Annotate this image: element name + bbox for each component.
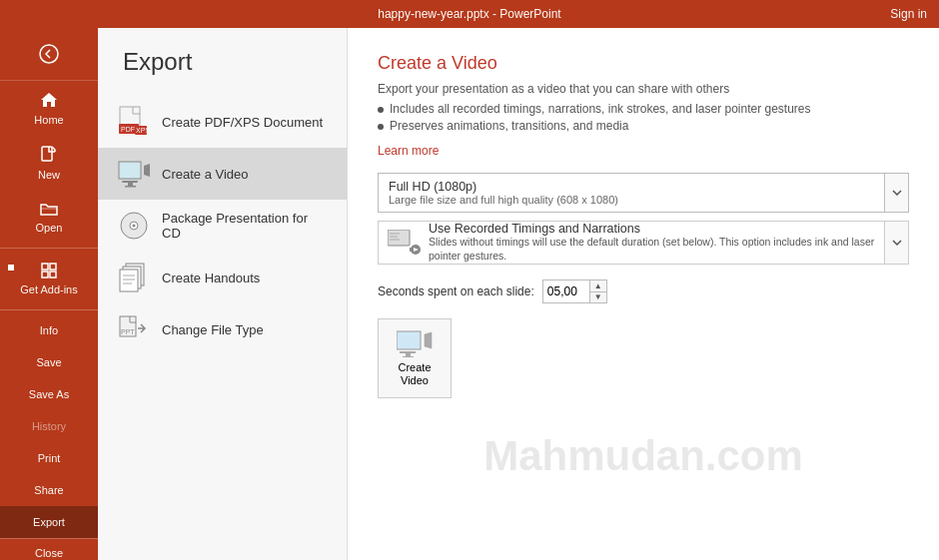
sidebar-item-info[interactable]: Info: [0, 314, 98, 346]
sidebar-item-home[interactable]: Home: [0, 81, 98, 136]
timing-dropdown-sub: Slides without timings will use the defa…: [429, 236, 876, 263]
svg-marker-1: [41, 93, 57, 107]
svg-rect-37: [400, 351, 416, 353]
spinner-label: Seconds spent on each slide:: [378, 284, 534, 298]
svg-point-19: [133, 225, 136, 228]
export-option-handouts[interactable]: Create Handouts: [98, 252, 347, 303]
export-option-pdf[interactable]: PDF XPS Create PDF/XPS Document: [98, 96, 347, 148]
spinner-up-button[interactable]: ▲: [590, 280, 606, 291]
panel-title: Create a Video: [378, 53, 909, 74]
create-video-button[interactable]: CreateVideo: [378, 318, 452, 398]
addins-icon: [41, 263, 57, 279]
svg-point-0: [40, 45, 58, 63]
sidebar-info-label: Info: [40, 324, 58, 336]
bullet-item-2: Preserves animations, transitions, and m…: [378, 119, 909, 133]
svg-rect-39: [403, 356, 414, 357]
svg-rect-38: [406, 353, 411, 356]
svg-rect-16: [125, 186, 136, 188]
video-icon: [118, 158, 150, 190]
sidebar-export-label: Export: [33, 516, 65, 528]
sidebar-print-label: Print: [38, 452, 61, 464]
open-icon: [40, 201, 58, 217]
svg-rect-2: [42, 147, 52, 161]
learn-more-link[interactable]: Learn more: [378, 144, 439, 158]
spinner-buttons: ▲ ▼: [589, 280, 606, 302]
timing-dropdown-left: Use Recorded Timings and Narrations Slid…: [379, 222, 884, 264]
export-title: Export: [98, 28, 347, 91]
sidebar-item-new[interactable]: New: [0, 136, 98, 191]
create-video-icon: [397, 329, 433, 357]
svg-text:PPT: PPT: [121, 328, 135, 335]
sidebar-item-export[interactable]: Export: [0, 506, 98, 538]
sidebar-item-save[interactable]: Save: [0, 346, 98, 378]
spinner-down-button[interactable]: ▼: [590, 291, 606, 303]
sidebar-item-saveas[interactable]: Save As: [0, 378, 98, 410]
svg-rect-28: [388, 230, 410, 246]
sidebar-item-close[interactable]: Close: [0, 539, 98, 560]
svg-marker-36: [425, 332, 432, 348]
export-option-filetype[interactable]: PPT Change File Type: [98, 303, 347, 355]
sidebar: Home New Open: [0, 28, 98, 560]
seconds-value[interactable]: [543, 284, 589, 298]
quality-dropdown-content: Full HD (1080p) Large file size and full…: [379, 176, 884, 210]
export-option-video-label: Create a Video: [162, 167, 249, 182]
timing-dropdown-main: Use Recorded Timings and Narrations: [429, 222, 876, 236]
quality-dropdown-sub: Large file size and full high quality (6…: [389, 194, 874, 206]
svg-rect-15: [128, 183, 133, 186]
sidebar-close-label: Close: [35, 547, 63, 559]
export-options: PDF XPS Create PDF/XPS Document: [98, 91, 347, 360]
export-option-filetype-label: Change File Type: [162, 322, 264, 337]
window-title: happy-new-year.pptx - PowerPoint: [317, 7, 621, 21]
timing-icon: [387, 229, 423, 257]
sidebar-item-open[interactable]: Open: [0, 191, 98, 244]
timing-dropdown-texts: Use Recorded Timings and Narrations Slid…: [429, 222, 876, 263]
sidebar-open-label: Open: [36, 222, 63, 234]
sidebar-addins-label: Get Add-ins: [20, 283, 77, 295]
svg-marker-13: [144, 164, 150, 177]
export-option-video[interactable]: Create a Video: [98, 148, 347, 200]
handouts-icon: [118, 262, 150, 293]
sidebar-item-history[interactable]: History: [0, 410, 98, 442]
quality-dropdown-arrow[interactable]: [884, 174, 908, 212]
sidebar-top: [0, 28, 98, 81]
bullet-dot-2: [378, 124, 384, 130]
svg-rect-5: [42, 272, 48, 278]
export-option-pdf-label: Create PDF/XPS Document: [162, 115, 323, 130]
export-option-cd-label: Package Presentation for CD: [162, 211, 327, 241]
sidebar-saveas-label: Save As: [29, 388, 69, 400]
timing-dropdown-arrow[interactable]: [884, 222, 908, 264]
svg-rect-6: [50, 272, 56, 278]
filetype-icon: PPT: [118, 313, 150, 345]
middle-panel: Export PDF XPS Create PDF/XPS Document: [98, 28, 348, 560]
dot-indicator: [8, 265, 14, 271]
quality-dropdown-main: Full HD (1080p): [389, 180, 874, 194]
bullet-text-2: Preserves animations, transitions, and m…: [390, 119, 628, 133]
export-option-cd[interactable]: Package Presentation for CD: [98, 200, 347, 252]
sidebar-item-addins[interactable]: Get Add-ins: [0, 253, 98, 305]
sidebar-share-label: Share: [34, 484, 63, 496]
seconds-spinner[interactable]: ▲ ▼: [542, 280, 607, 303]
back-button[interactable]: [0, 36, 98, 72]
svg-rect-14: [122, 181, 138, 183]
pdf-icon: PDF XPS: [118, 106, 150, 138]
sign-in-button[interactable]: Sign in: [890, 7, 927, 21]
sidebar-item-print[interactable]: Print: [0, 442, 98, 474]
timing-dropdown[interactable]: Use Recorded Timings and Narrations Slid…: [378, 221, 909, 265]
panel-content: Create a Video Export your presentation …: [378, 53, 909, 398]
bullet-text-1: Includes all recorded timings, narration…: [390, 102, 811, 116]
cd-icon: [118, 210, 150, 242]
svg-rect-35: [397, 331, 421, 349]
bullet-dot-1: [378, 107, 384, 113]
new-icon: [41, 146, 57, 164]
svg-text:XPS: XPS: [136, 127, 149, 134]
sidebar-bottom: Close Account Options: [0, 538, 98, 560]
title-bar: happy-new-year.pptx - PowerPoint Sign in: [0, 0, 939, 28]
create-video-label: CreateVideo: [398, 361, 431, 387]
home-icon: [40, 91, 58, 109]
bullet-item-1: Includes all recorded timings, narration…: [378, 102, 909, 116]
quality-dropdown[interactable]: Full HD (1080p) Large file size and full…: [378, 173, 909, 213]
svg-rect-22: [120, 270, 138, 291]
svg-rect-3: [42, 264, 48, 270]
sidebar-item-share[interactable]: Share: [0, 474, 98, 506]
sidebar-new-label: New: [38, 169, 60, 181]
